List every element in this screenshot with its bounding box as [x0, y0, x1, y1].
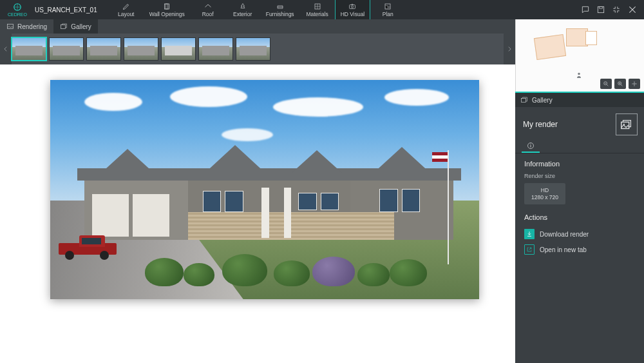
- door-icon: [162, 3, 171, 10]
- collapse-icon: [612, 5, 621, 14]
- tool-roof[interactable]: Roof: [191, 0, 225, 19]
- thumbnail[interactable]: [49, 37, 84, 61]
- download-render-button[interactable]: Download render: [524, 226, 636, 242]
- thumbnail[interactable]: [161, 37, 196, 61]
- pencil-icon: [122, 3, 131, 10]
- svg-rect-20: [531, 144, 531, 144]
- swatch-icon: [313, 3, 322, 10]
- zoom-in-button[interactable]: [614, 79, 626, 89]
- svg-rect-1: [165, 4, 169, 9]
- thumbnail[interactable]: [236, 37, 270, 61]
- svg-rect-2: [166, 4, 168, 9]
- thumbnail[interactable]: [198, 37, 233, 61]
- thumbnail[interactable]: [86, 37, 121, 61]
- side-panel: Gallery My render Information Render siz…: [515, 92, 644, 363]
- top-bar: CEDREO US_RANCH_EXT_01 Layout Wall Openi…: [0, 0, 644, 19]
- side-panel-tabs: [515, 139, 644, 153]
- action-label: Open in new tab: [540, 246, 587, 253]
- tool-layout[interactable]: Layout: [109, 0, 144, 19]
- tool-exterior[interactable]: Exterior: [225, 0, 260, 19]
- svg-rect-10: [61, 25, 66, 29]
- brand-icon: [13, 3, 22, 12]
- recenter-button[interactable]: [629, 79, 640, 89]
- svg-point-14: [634, 83, 636, 85]
- svg-rect-9: [8, 25, 14, 29]
- mode-gallery[interactable]: Gallery: [53, 19, 98, 34]
- svg-rect-15: [522, 99, 526, 103]
- tool-materials[interactable]: Materials: [300, 0, 335, 19]
- zoom-out-icon: [603, 81, 609, 87]
- render-size-chip[interactable]: HD 1280 x 720: [524, 183, 565, 204]
- render-preview[interactable]: [50, 80, 479, 299]
- svg-rect-4: [350, 5, 355, 8]
- render-title: My render: [523, 120, 558, 129]
- gallery-stack-button[interactable]: [616, 113, 638, 135]
- person-marker-icon: [575, 71, 583, 80]
- actions-heading: Actions: [524, 213, 636, 221]
- save-icon: [596, 5, 605, 14]
- tool-label: Wall Openings: [149, 11, 185, 17]
- brand-logo[interactable]: CEDREO: [0, 3, 35, 17]
- gallery-icon: [520, 96, 528, 104]
- zoom-in-icon: [617, 81, 623, 87]
- image-icon: [6, 23, 14, 30]
- mode-label: Rendering: [17, 23, 47, 30]
- chat-button[interactable]: [581, 5, 590, 14]
- svg-point-5: [352, 5, 354, 7]
- tab-info[interactable]: [522, 139, 540, 153]
- brand-text: CEDREO: [8, 12, 27, 17]
- side-panel-header-label: Gallery: [532, 97, 553, 104]
- size-name: HD: [527, 187, 563, 194]
- tool-hd-visual[interactable]: HD Visual: [335, 0, 371, 19]
- chevron-left-icon: [3, 44, 9, 54]
- mode-label: Gallery: [71, 23, 91, 30]
- tool-label: Layout: [118, 11, 135, 17]
- tool-label: Materials: [306, 11, 328, 17]
- info-icon: [527, 142, 535, 150]
- download-icon: [526, 231, 533, 237]
- tree-icon: [238, 3, 247, 10]
- gallery-icon: [60, 23, 68, 30]
- top-tools: Layout Wall Openings Roof Exterior Furni…: [109, 0, 406, 19]
- top-right-controls: [581, 0, 644, 19]
- minimap-plan: [535, 25, 600, 63]
- svg-rect-19: [531, 145, 531, 148]
- chat-icon: [581, 5, 590, 14]
- open-new-tab-button[interactable]: Open in new tab: [524, 242, 636, 257]
- stack-icon: [620, 117, 634, 132]
- svg-rect-7: [598, 6, 603, 12]
- save-button[interactable]: [596, 5, 605, 14]
- tool-label: Plan: [383, 11, 393, 17]
- thumbnail[interactable]: [124, 37, 158, 61]
- tool-label: Furnishings: [266, 11, 294, 17]
- action-label: Download render: [540, 231, 589, 238]
- roof-icon: [204, 3, 213, 10]
- tool-label: Roof: [202, 11, 214, 17]
- tool-label: HD Visual: [341, 11, 365, 17]
- thumbnail[interactable]: [12, 37, 46, 61]
- close-icon: [627, 5, 638, 15]
- svg-point-11: [578, 73, 580, 75]
- zoom-out-button[interactable]: [600, 79, 612, 89]
- plan-icon: [383, 3, 392, 10]
- mode-rendering[interactable]: Rendering: [0, 19, 53, 34]
- tool-label: Exterior: [233, 11, 252, 17]
- project-name: US_RANCH_EXT_01: [35, 6, 109, 14]
- close-button[interactable]: [627, 5, 638, 15]
- tool-furnishings[interactable]: Furnishings: [260, 0, 300, 19]
- camera-icon: [348, 3, 357, 10]
- chevron-right-icon: [506, 44, 513, 54]
- thumb-prev-button[interactable]: [0, 34, 12, 64]
- external-link-icon: [526, 246, 533, 253]
- size-value: 1280 x 720: [527, 194, 563, 201]
- collapse-button[interactable]: [612, 5, 621, 14]
- tool-plan[interactable]: Plan: [370, 0, 405, 19]
- recenter-icon: [631, 81, 638, 87]
- thumb-next-button[interactable]: [504, 34, 515, 64]
- side-panel-header: Gallery: [515, 93, 644, 107]
- tool-wall-openings[interactable]: Wall Openings: [144, 0, 191, 19]
- sofa-icon: [276, 3, 285, 10]
- render-size-label: Render size: [524, 173, 636, 179]
- minimap[interactable]: [515, 19, 644, 92]
- info-heading: Information: [524, 160, 636, 168]
